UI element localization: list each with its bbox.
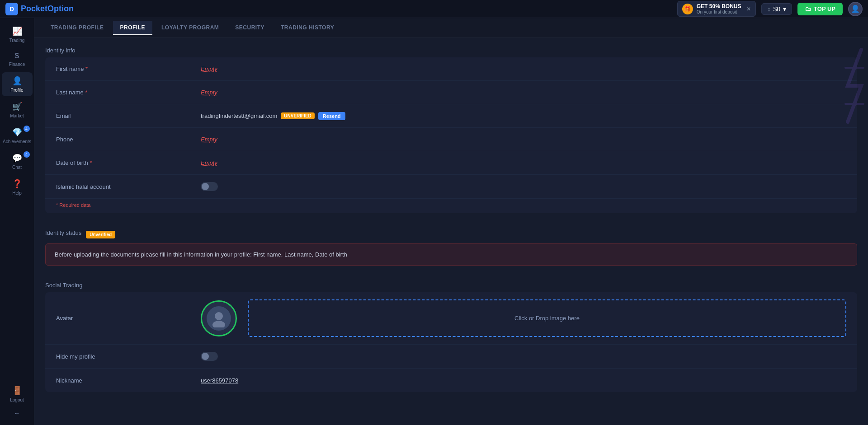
avatar-placeholder-icon (207, 306, 231, 331)
nickname-label: Nickname (56, 377, 201, 384)
sidebar-item-finance[interactable]: $ Finance (2, 48, 33, 70)
sidebar-item-help[interactable]: ❓ Help (2, 175, 33, 199)
nickname-text[interactable]: user86597078 (201, 377, 238, 384)
last-name-required: * (85, 89, 87, 96)
bonus-info: GET 50% BONUS On your first deposit (697, 3, 741, 14)
avatar-drop-zone[interactable]: Click or Drop image here (248, 299, 846, 337)
avatar-label: Avatar (56, 315, 201, 322)
balance-icon: ↕ (767, 5, 770, 13)
drop-zone-text: Click or Drop image here (514, 315, 580, 322)
sidebar-item-profile[interactable]: 👤 Profile (2, 72, 33, 96)
last-name-value[interactable]: Empty (201, 89, 846, 96)
islamic-row: Islamic halal account (45, 175, 857, 199)
social-trading-title: Social Trading (45, 275, 857, 292)
finance-icon: $ (15, 52, 19, 60)
email-row: Email tradingfindertestt@gmail.com Unver… (45, 104, 857, 128)
dob-label: Date of birth * (56, 159, 201, 166)
hide-toggle-container (201, 352, 846, 361)
sidebar-label-logout: Logout (10, 397, 24, 402)
sidebar: 📈 Trading $ Finance 👤 Profile 🛒 Market 4… (0, 18, 34, 425)
hide-profile-label: Hide my profile (56, 353, 201, 360)
trading-icon: 📈 (12, 26, 22, 36)
sidebar-item-arrow[interactable]: ← (2, 406, 33, 420)
bonus-close-icon[interactable]: ✕ (746, 6, 751, 12)
email-value-container: tradingfindertestt@gmail.com Unverified … (201, 112, 846, 120)
phone-label: Phone (56, 136, 201, 143)
achievements-badge: 4 (24, 126, 30, 132)
bonus-banner: 🎁 GET 50% BONUS On your first deposit ✕ (677, 1, 756, 17)
bonus-subtitle: On your first deposit (697, 9, 741, 14)
tab-trading-profile[interactable]: TRADING PROFILE (43, 21, 111, 35)
header-right: 🎁 GET 50% BONUS On your first deposit ✕ … (677, 1, 863, 17)
main-content: TRADING PROFILE PROFILE LOYALTY PROGRAM … (34, 18, 868, 425)
market-icon: 🛒 (12, 102, 22, 112)
first-name-row: First name * Empty (45, 57, 857, 81)
sidebar-label-profile: Profile (10, 88, 23, 93)
dob-required: * (90, 159, 92, 166)
sidebar-label-finance: Finance (9, 62, 25, 67)
tab-security[interactable]: SECURITY (228, 21, 272, 35)
identity-info-card: First name * Empty Last name * Empty Ema… (45, 57, 857, 213)
sidebar-item-logout[interactable]: 🚪 Logout (2, 382, 33, 406)
hide-profile-toggle[interactable] (201, 352, 218, 361)
nickname-row: Nickname user86597078 (45, 369, 857, 392)
balance-chevron-icon: ▾ (783, 5, 786, 13)
email-address: tradingfindertestt@gmail.com (201, 112, 277, 119)
achievements-icon: 💎 (12, 127, 22, 137)
logout-icon: 🚪 (12, 386, 22, 396)
tab-loyalty[interactable]: LOYALTY PROGRAM (154, 21, 226, 35)
sidebar-bottom: 🚪 Logout ← (2, 382, 33, 420)
sidebar-item-market[interactable]: 🛒 Market (2, 98, 33, 122)
top-header: D PocketOption 🎁 GET 50% BONUS On your f… (0, 0, 868, 18)
profile-icon: 👤 (12, 76, 22, 86)
first-name-label: First name * (56, 65, 201, 72)
chat-badge: 4 (24, 151, 30, 158)
page-body: Identity info First name * Empty Last na… (34, 38, 868, 425)
identity-status-badge: Unverified (86, 231, 115, 238)
bonus-title: GET 50% BONUS (697, 3, 741, 9)
hide-profile-row: Hide my profile (45, 345, 857, 369)
svg-point-0 (215, 312, 223, 320)
topup-icon: 🗂 (805, 5, 811, 13)
sidebar-label-market: Market (10, 113, 24, 118)
identity-warning-box: Before uploading the documents please fi… (45, 243, 857, 266)
sidebar-item-chat[interactable]: 4 💬 Chat (2, 149, 33, 173)
header-avatar[interactable]: 👤 (848, 2, 863, 16)
identity-status-header: Identity status Unverified (45, 222, 857, 243)
header-avatar-icon: 👤 (851, 5, 860, 13)
tab-history[interactable]: TRADING HISTORY (274, 21, 341, 35)
topup-button[interactable]: 🗂 TOP UP (797, 3, 843, 15)
logo-icon: D (5, 3, 18, 15)
email-unverified-badge: Unverified (281, 112, 315, 119)
first-name-required: * (85, 65, 88, 72)
required-note: * Required data (45, 199, 857, 213)
phone-value[interactable]: Empty (201, 136, 846, 143)
islamic-toggle[interactable] (201, 182, 218, 191)
logo-text: PocketOption (21, 4, 74, 14)
dob-value[interactable]: Empty (201, 159, 846, 166)
sidebar-item-trading[interactable]: 📈 Trading (2, 23, 33, 47)
sidebar-label-help: Help (12, 191, 22, 196)
svg-point-1 (212, 321, 225, 327)
balance-value: $0 (773, 5, 780, 13)
tab-profile[interactable]: PROFILE (113, 21, 153, 35)
sidebar-label-achievements: Achievements (3, 139, 31, 144)
sidebar-item-achievements[interactable]: 4 💎 Achievements (2, 124, 33, 148)
first-name-value[interactable]: Empty (201, 65, 846, 72)
email-label: Email (56, 112, 201, 119)
sidebar-label-trading: Trading (9, 38, 25, 43)
avatar-row: Avatar Click or Drop image here (45, 292, 857, 345)
chat-icon: 💬 (12, 153, 22, 163)
identity-warning-text: Before uploading the documents please fi… (55, 251, 347, 258)
help-icon: ❓ (12, 179, 22, 189)
tab-bar: TRADING PROFILE PROFILE LOYALTY PROGRAM … (34, 18, 868, 38)
bonus-icon: 🎁 (682, 4, 693, 14)
identity-status-title: Identity status (45, 229, 81, 240)
nickname-value: user86597078 (201, 377, 846, 384)
avatar-circle[interactable] (201, 300, 237, 336)
islamic-label: Islamic halal account (56, 183, 201, 190)
resend-button[interactable]: Resend (318, 112, 345, 120)
phone-row: Phone Empty (45, 128, 857, 151)
balance-button[interactable]: ↕ $0 ▾ (761, 3, 792, 15)
dob-row: Date of birth * Empty (45, 151, 857, 175)
